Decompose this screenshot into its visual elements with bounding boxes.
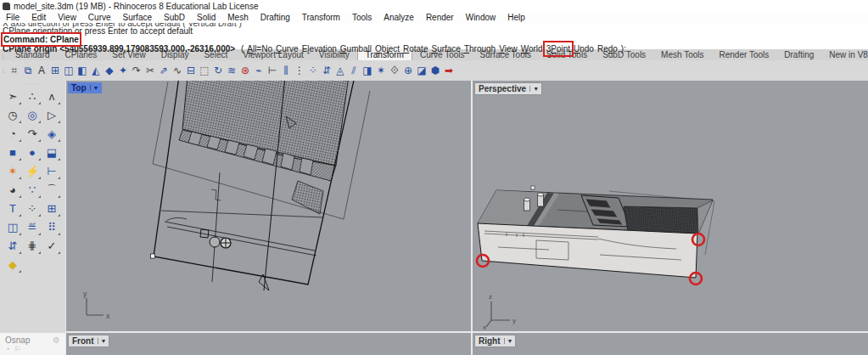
loft-icon[interactable]: ≝ xyxy=(23,218,42,236)
gumball-icon[interactable]: ◆ xyxy=(103,62,116,79)
command-option-object[interactable]: Object xyxy=(375,44,400,54)
chevron-down-icon[interactable]: ▼ xyxy=(529,86,541,92)
cylinder-icon[interactable]: ⬓ xyxy=(42,144,61,161)
surface-patch-icon[interactable]: ◈ xyxy=(42,125,61,143)
viewport-top-label[interactable]: Top ▼ xyxy=(68,82,102,93)
blend-srf-icon[interactable]: ◕ xyxy=(3,181,22,199)
maelstrom-icon[interactable]: ⊛ xyxy=(238,62,252,79)
top-viewport-canvas[interactable]: y x xyxy=(66,81,471,331)
command-option-elevation[interactable]: Elevation xyxy=(302,44,337,54)
command-option-world[interactable]: World xyxy=(521,44,543,54)
box-icon[interactable]: ■ xyxy=(3,144,22,161)
circle-icon[interactable]: ◷ xyxy=(3,106,22,124)
viewport-perspective-label[interactable]: Perspective ▼ xyxy=(474,82,542,95)
command-option-view[interactable]: View xyxy=(499,44,518,54)
perspective-viewport-canvas[interactable]: z y x xyxy=(473,81,868,331)
flip-icon[interactable]: ⇵ xyxy=(3,237,22,255)
taper-icon[interactable]: ⊟ xyxy=(184,62,198,79)
viewport-perspective[interactable]: Perspective ▼ xyxy=(473,81,868,331)
array-icon[interactable]: ◭ xyxy=(89,62,103,79)
move-uvn-icon[interactable]: ⇵ xyxy=(320,62,333,79)
panel-icon[interactable]: ◪ xyxy=(415,62,428,79)
menu-analyze[interactable]: Analyze xyxy=(378,13,420,22)
pyramid-icon[interactable]: ◆ xyxy=(3,256,22,273)
command-option-curve[interactable]: Curve xyxy=(276,44,299,54)
curve-blend-icon[interactable]: ↷ xyxy=(23,125,42,143)
twist-icon[interactable]: ✦ xyxy=(116,62,130,79)
sidebar-grip[interactable]: ···· xyxy=(0,81,65,87)
command-prompt-line[interactable]: CPlane origin <540556939.899,179083593.0… xyxy=(0,44,868,54)
viewport-right-label[interactable]: Right ▼ xyxy=(474,335,516,347)
flow-icon[interactable]: ∿ xyxy=(171,62,184,79)
array-polar-icon[interactable]: ✶ xyxy=(374,62,388,79)
select-pointer-icon[interactable]: ➣ xyxy=(3,87,22,105)
menu-render[interactable]: Render xyxy=(420,13,460,22)
stretch-icon[interactable]: ⊢ xyxy=(266,62,279,79)
chevron-down-icon[interactable]: ▼ xyxy=(504,338,516,344)
menu-tools[interactable]: Tools xyxy=(346,13,378,22)
splop-icon[interactable]: ⌁ xyxy=(252,62,266,79)
pipe-icon[interactable]: ⊢ xyxy=(42,162,61,180)
scale-icon[interactable]: ⊞ xyxy=(48,62,62,79)
conic-icon[interactable]: ◔ xyxy=(3,125,22,143)
command-option-3point[interactable]: 3Point xyxy=(546,44,570,54)
menu-view[interactable]: View xyxy=(52,13,82,22)
flow-along-icon[interactable]: ➡ xyxy=(442,62,456,79)
menu-file[interactable]: File xyxy=(0,13,25,22)
smooth-icon[interactable]: ≋ xyxy=(225,62,238,79)
viewport-front-label[interactable]: Front ▼ xyxy=(68,335,109,347)
move-icon[interactable]: ⌗ xyxy=(8,62,21,79)
ellipse-icon[interactable]: ◎ xyxy=(23,106,42,124)
align-icon[interactable]: ⫼ xyxy=(279,62,293,79)
rect-array-icon[interactable]: ⊞ xyxy=(42,200,61,217)
menu-surface[interactable]: Surface xyxy=(117,13,158,22)
orient-srf-icon[interactable]: ⟐ xyxy=(388,62,401,79)
extrude-icon[interactable]: ◫ xyxy=(3,218,22,236)
align-pins-icon[interactable]: ⋕ xyxy=(23,237,42,255)
chevron-down-icon[interactable]: ▼ xyxy=(90,85,102,91)
command-option-through[interactable]: Through xyxy=(464,44,496,54)
explode-icon[interactable]: ✶ xyxy=(3,162,22,180)
tab-grip[interactable]: ⁞ xyxy=(0,54,8,60)
mirror-icon[interactable]: ◫ xyxy=(62,62,76,79)
point-icon[interactable]: ∴ xyxy=(23,87,42,105)
boxedit-icon[interactable]: ⊕ xyxy=(401,62,415,79)
distribute-icon[interactable]: ⋮ xyxy=(293,62,306,79)
grid-points-icon[interactable]: ⠿ xyxy=(42,218,61,236)
menu-subd[interactable]: SubD xyxy=(158,13,191,22)
viewport-right[interactable]: Right ▼ xyxy=(473,333,868,355)
menu-window[interactable]: Window xyxy=(460,13,502,22)
chevron-down-icon[interactable]: ▼ xyxy=(98,338,109,344)
rotate-icon[interactable]: A xyxy=(35,62,48,79)
dome-icon[interactable]: ⬢ xyxy=(428,62,442,79)
sphere-icon[interactable]: ● xyxy=(23,144,42,161)
viewport-top[interactable]: Top ▼ xyxy=(66,81,471,331)
command-option-surface[interactable]: Surface xyxy=(431,44,460,54)
soft-move-icon[interactable]: ◬ xyxy=(333,62,347,79)
command-option-rotate[interactable]: Rotate xyxy=(403,44,428,54)
toolbar-grip[interactable]: ⁞ xyxy=(0,68,8,74)
points-on-icon[interactable]: ∵ xyxy=(23,181,42,199)
menu-drafting[interactable]: Drafting xyxy=(255,13,296,22)
control-point-curve-icon[interactable]: ᴧ xyxy=(42,87,61,105)
command-option-undo[interactable]: Undo xyxy=(574,44,594,54)
project-icon[interactable]: ⇗ xyxy=(157,62,171,79)
move-point-icon[interactable]: ⁘ xyxy=(23,200,42,217)
menu-mesh[interactable]: Mesh xyxy=(221,13,254,22)
command-area[interactable]: X axis direction or press Enter to accep… xyxy=(0,23,868,49)
fillet-icon[interactable]: ⌒ xyxy=(42,181,61,199)
check-icon[interactable]: ✓ xyxy=(42,237,61,255)
command-option-gumball[interactable]: Gumball xyxy=(340,44,372,54)
menu-help[interactable]: Help xyxy=(501,13,531,22)
gear-icon[interactable]: ⚙ xyxy=(53,335,60,345)
viewport-front[interactable]: Front ▼ xyxy=(66,333,471,355)
menu-solid[interactable]: Solid xyxy=(191,13,221,22)
cage-icon[interactable]: ⬚ xyxy=(198,62,211,79)
command-option-redo[interactable]: Redo xyxy=(597,44,618,54)
bend-icon[interactable]: ↷ xyxy=(130,62,143,79)
menu-edit[interactable]: Edit xyxy=(25,13,52,22)
command-option-all-no[interactable]: All=No xyxy=(247,44,272,54)
menu-transform[interactable]: Transform xyxy=(296,13,346,22)
copy-icon[interactable]: ⧉ xyxy=(21,62,35,79)
mirror-3pt-icon[interactable]: ◨ xyxy=(361,62,374,79)
